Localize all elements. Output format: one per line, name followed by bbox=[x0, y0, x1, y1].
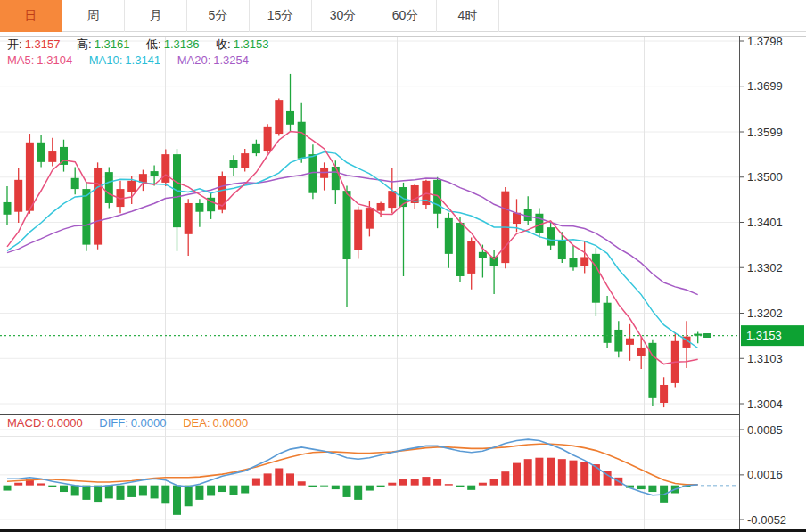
price-tag-text: 1.3153 bbox=[746, 329, 782, 342]
ma-readout: MA5:1.3104 MA10:1.3141 MA20:1.3254 bbox=[7, 53, 262, 67]
tab-5min[interactable]: 5分 bbox=[187, 0, 250, 32]
macd-label: MACD: bbox=[7, 416, 45, 430]
svg-text:0.0085: 0.0085 bbox=[747, 423, 783, 437]
open-value: 1.3157 bbox=[25, 37, 61, 51]
svg-text:1.3401: 1.3401 bbox=[747, 216, 783, 229]
current-price-marker bbox=[703, 333, 711, 338]
timeframe-tabbar: 日 周 月 5分 15分 30分 60分 4时 bbox=[0, 0, 806, 32]
tab-weekly[interactable]: 周 bbox=[62, 0, 125, 32]
candlestick-chart[interactable]: 1.37981.36991.35991.35001.34011.33021.32… bbox=[0, 0, 806, 532]
price-tag: 1.3153 bbox=[741, 325, 804, 346]
macd-value: 0.0000 bbox=[47, 416, 83, 430]
svg-text:0.0016: 0.0016 bbox=[747, 468, 783, 481]
open-label: 开: bbox=[7, 37, 22, 51]
tab-30min[interactable]: 30分 bbox=[312, 0, 374, 32]
ma5-line bbox=[7, 132, 698, 364]
high-label: 高: bbox=[77, 37, 92, 51]
svg-text:1.3004: 1.3004 bbox=[747, 397, 783, 411]
diff-value: 0.0000 bbox=[131, 416, 167, 430]
svg-text:-0.0052: -0.0052 bbox=[747, 513, 786, 527]
svg-text:1.3599: 1.3599 bbox=[747, 126, 783, 139]
svg-text:1.3798: 1.3798 bbox=[747, 35, 783, 48]
svg-text:1.3202: 1.3202 bbox=[747, 307, 783, 320]
svg-text:1.3103: 1.3103 bbox=[747, 352, 783, 365]
svg-text:1.3699: 1.3699 bbox=[747, 79, 783, 93]
panel-borders bbox=[0, 37, 806, 532]
macd-readout: MACD:0.0000 DIFF:0.0000 DEA:0.0000 bbox=[7, 416, 261, 430]
ma-lines bbox=[7, 132, 698, 364]
dea-value: 0.0000 bbox=[213, 416, 249, 430]
ma10-line bbox=[7, 152, 698, 348]
ma5-label: MA5: bbox=[7, 53, 34, 67]
diff-label: DIFF: bbox=[99, 416, 128, 430]
current-price-line bbox=[0, 333, 739, 338]
dea-label: DEA: bbox=[183, 416, 210, 430]
ma10-value: 1.3141 bbox=[125, 53, 160, 67]
trading-chart-app: 日 周 月 5分 15分 30分 60分 4时 1.37981.36991.35… bbox=[0, 0, 806, 532]
tab-daily[interactable]: 日 bbox=[0, 0, 62, 32]
tab-60min[interactable]: 60分 bbox=[374, 0, 437, 32]
ma10-label: MA10: bbox=[89, 53, 123, 67]
tab-4hour[interactable]: 4时 bbox=[437, 0, 499, 32]
high-value: 1.3161 bbox=[95, 37, 130, 51]
low-value: 1.3136 bbox=[164, 37, 200, 51]
svg-text:1.3302: 1.3302 bbox=[747, 261, 783, 274]
candles bbox=[4, 74, 703, 407]
ma20-label: MA20: bbox=[177, 53, 211, 67]
ma20-value: 1.3254 bbox=[213, 53, 249, 67]
ohlc-readout: 开:1.3157 高:1.3161 低:1.3136 收:1.3153 bbox=[7, 37, 282, 53]
close-value: 1.3153 bbox=[234, 37, 269, 51]
ma5-value: 1.3104 bbox=[37, 53, 72, 67]
close-label: 收: bbox=[216, 37, 231, 51]
grid bbox=[0, 36, 739, 529]
price-axis: 1.37981.36991.35991.35001.34011.33021.32… bbox=[739, 35, 786, 530]
tab-15min[interactable]: 15分 bbox=[250, 0, 312, 32]
low-label: 低: bbox=[146, 37, 161, 51]
svg-text:1.3500: 1.3500 bbox=[747, 170, 783, 184]
tab-monthly[interactable]: 月 bbox=[125, 0, 187, 32]
